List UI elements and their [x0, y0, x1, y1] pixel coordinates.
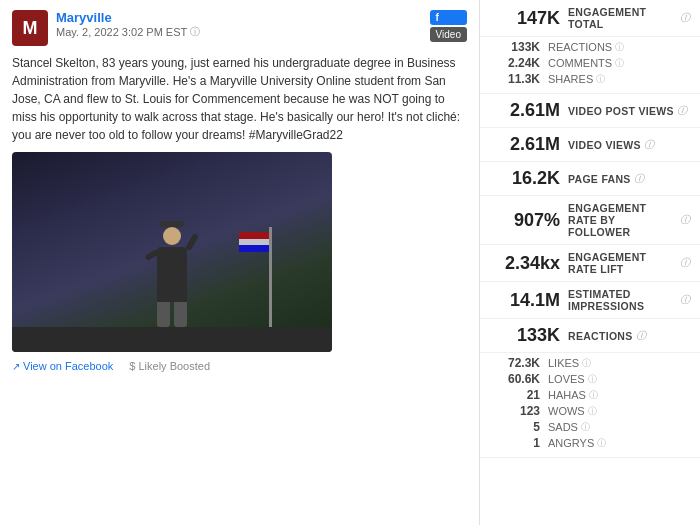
post-meta: Maryville May. 2, 2022 3:02 PM EST ⓘ — [56, 10, 200, 39]
page-name: Maryville — [56, 10, 200, 25]
engagement-rate-lift-label: ENGAGEMENT RATE LIFT ⓘ — [568, 251, 690, 275]
video-views-row: 2.61M VIDEO VIEWS ⓘ — [480, 128, 700, 162]
loves-label: LOVES ⓘ — [548, 373, 597, 386]
comments-sub-label: COMMENTS ⓘ — [548, 57, 624, 70]
engagement-total-label: ENGAGEMENT TOTAL ⓘ — [568, 6, 690, 30]
hahas-info-icon[interactable]: ⓘ — [589, 389, 598, 402]
sads-info-icon[interactable]: ⓘ — [581, 421, 590, 434]
estimated-impressions-label: ESTIMATED IMPRESSIONS ⓘ — [568, 288, 690, 312]
estimated-impressions-row: 14.1M ESTIMATED IMPRESSIONS ⓘ — [480, 282, 700, 319]
comments-sub-value: 2.24K — [490, 56, 540, 70]
video-post-views-value: 2.61M — [490, 100, 560, 121]
graduation-cap — [160, 221, 184, 227]
shares-sub-label: SHARES ⓘ — [548, 73, 605, 86]
page-fans-row: 16.2K PAGE FANS ⓘ — [480, 162, 700, 196]
brand-logo: M — [12, 10, 48, 46]
video-post-views-label: VIDEO POST VIEWS ⓘ — [568, 104, 687, 118]
person-head — [163, 227, 181, 245]
reactions-sub-row: 133K REACTIONS ⓘ — [490, 39, 690, 55]
hahas-value: 21 — [490, 388, 540, 402]
shares-sub-value: 11.3K — [490, 72, 540, 86]
estimated-impressions-value: 14.1M — [490, 290, 560, 311]
facebook-icon: f — [430, 10, 467, 25]
shares-sub-row: 11.3K SHARES ⓘ — [490, 71, 690, 87]
engagement-rate-follower-value: 907% — [490, 210, 560, 231]
engagement-rate-follower-row: 907% ENGAGEMENT RATE BY FOLLOWER ⓘ — [480, 196, 700, 245]
view-on-facebook-link[interactable]: ↗ View on Facebook — [12, 360, 113, 372]
shares-info-icon[interactable]: ⓘ — [596, 73, 605, 86]
engagement-rate-lift-value: 2.34kx — [490, 253, 560, 274]
engagement-total-info-icon[interactable]: ⓘ — [680, 11, 690, 25]
angrys-row: 1 ANGRYS ⓘ — [490, 435, 690, 451]
angrys-label: ANGRYS ⓘ — [548, 437, 606, 450]
post-text: Stancel Skelton, 83 years young, just ea… — [12, 54, 467, 144]
video-post-views-info-icon[interactable]: ⓘ — [677, 104, 687, 118]
post-date: May. 2, 2022 3:02 PM EST ⓘ — [56, 25, 200, 39]
loves-info-icon[interactable]: ⓘ — [588, 373, 597, 386]
engagement-rate-lift-info-icon[interactable]: ⓘ — [680, 256, 690, 270]
person-leg-right — [174, 302, 187, 327]
reactions-sub-label: REACTIONS ⓘ — [548, 41, 624, 54]
reactions-sub-value: 133K — [490, 40, 540, 54]
stage-floor — [12, 327, 332, 352]
reactions-header-row: 133K REACTIONS ⓘ — [480, 319, 700, 353]
reactions-main-info-icon[interactable]: ⓘ — [636, 329, 646, 343]
engagement-sub-metrics: 133K REACTIONS ⓘ 2.24K COMMENTS ⓘ 11.3K … — [480, 37, 700, 94]
person-body — [157, 247, 187, 302]
loves-value: 60.6K — [490, 372, 540, 386]
post-header: M Maryville May. 2, 2022 3:02 PM EST ⓘ f… — [12, 10, 467, 46]
person-arm-left — [144, 249, 159, 261]
person-arm-right — [185, 233, 199, 252]
date-info-icon: ⓘ — [190, 25, 200, 39]
engagement-rate-follower-info-icon[interactable]: ⓘ — [680, 213, 690, 227]
flag — [239, 232, 269, 252]
hahas-label: HAHAS ⓘ — [548, 389, 598, 402]
platform-badge: f Video — [430, 10, 467, 42]
likely-boosted-label: $ Likely Boosted — [129, 360, 210, 372]
video-views-value: 2.61M — [490, 134, 560, 155]
wows-label: WOWS ⓘ — [548, 405, 597, 418]
sads-row: 5 SADS ⓘ — [490, 419, 690, 435]
post-footer: ↗ View on Facebook $ Likely Boosted — [12, 360, 467, 372]
comments-sub-row: 2.24K COMMENTS ⓘ — [490, 55, 690, 71]
post-image — [12, 152, 332, 352]
hahas-row: 21 HAHAS ⓘ — [490, 387, 690, 403]
flag-pole — [269, 227, 272, 327]
engagement-total-value: 147K — [490, 8, 560, 29]
loves-row: 60.6K LOVES ⓘ — [490, 371, 690, 387]
person-legs — [157, 302, 187, 327]
wows-value: 123 — [490, 404, 540, 418]
wows-info-icon[interactable]: ⓘ — [588, 405, 597, 418]
left-panel: M Maryville May. 2, 2022 3:02 PM EST ⓘ f… — [0, 0, 480, 525]
engagement-total-row: 147K ENGAGEMENT TOTAL ⓘ — [480, 0, 700, 37]
page-fans-info-icon[interactable]: ⓘ — [634, 172, 644, 186]
reactions-info-icon[interactable]: ⓘ — [615, 41, 624, 54]
likes-value: 72.3K — [490, 356, 540, 370]
engagement-rate-lift-row: 2.34kx ENGAGEMENT RATE LIFT ⓘ — [480, 245, 700, 282]
reactions-sub-metrics: 72.3K LIKES ⓘ 60.6K LOVES ⓘ 21 HAHAS ⓘ 1… — [480, 353, 700, 458]
engagement-rate-follower-label: ENGAGEMENT RATE BY FOLLOWER ⓘ — [568, 202, 690, 238]
person-leg-left — [157, 302, 170, 327]
person-silhouette — [157, 227, 187, 327]
reactions-label: REACTIONS ⓘ — [568, 329, 646, 343]
page-fans-value: 16.2K — [490, 168, 560, 189]
right-panel: 147K ENGAGEMENT TOTAL ⓘ 133K REACTIONS ⓘ… — [480, 0, 700, 525]
wows-row: 123 WOWS ⓘ — [490, 403, 690, 419]
angrys-info-icon[interactable]: ⓘ — [597, 437, 606, 450]
video-badge: Video — [430, 27, 467, 42]
video-post-views-row: 2.61M VIDEO POST VIEWS ⓘ — [480, 94, 700, 128]
estimated-impressions-info-icon[interactable]: ⓘ — [680, 293, 690, 307]
likes-row: 72.3K LIKES ⓘ — [490, 355, 690, 371]
page-fans-label: PAGE FANS ⓘ — [568, 172, 644, 186]
external-link-icon: ↗ — [12, 361, 20, 372]
likes-info-icon[interactable]: ⓘ — [582, 357, 591, 370]
reactions-value: 133K — [490, 325, 560, 346]
sads-value: 5 — [490, 420, 540, 434]
comments-info-icon[interactable]: ⓘ — [615, 57, 624, 70]
video-views-info-icon[interactable]: ⓘ — [644, 138, 654, 152]
video-views-label: VIDEO VIEWS ⓘ — [568, 138, 654, 152]
angrys-value: 1 — [490, 436, 540, 450]
sads-label: SADS ⓘ — [548, 421, 590, 434]
likes-label: LIKES ⓘ — [548, 357, 591, 370]
